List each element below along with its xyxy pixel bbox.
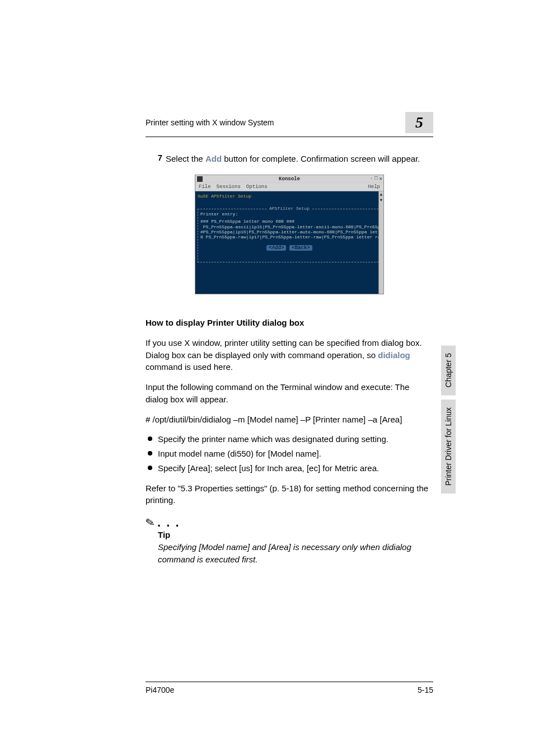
section-heading: How to display Printer Utility dialog bo…	[146, 317, 433, 329]
side-tab-chapter: Chapter 5	[441, 345, 456, 395]
terminal-body: SuSE APSfilter Setup APSfilter Setup Pri…	[195, 191, 383, 294]
bullet-3: Specify [Area]; select [us] for Inch are…	[146, 462, 433, 475]
tip-pencil-icon: ✎	[144, 516, 156, 529]
window-menubar: File Sessions Options Help	[195, 183, 383, 191]
entry-line-3: #PS_Prn55ppa|lp16|PS_Prn55ppa-letter-aut…	[200, 229, 378, 234]
window-titlebar: Konsole · □ ✕	[195, 175, 383, 183]
entry-line-1: ### PS_Prn55ppa letter mono 600 ###	[200, 219, 378, 224]
footer-rule	[146, 682, 433, 682]
scroll-up-icon: ▲	[379, 191, 383, 197]
tip-label: Tip	[158, 529, 433, 541]
tip-text: Specifying [Model name] and [Area] is ne…	[158, 541, 433, 566]
back-button: <Back>	[289, 245, 312, 251]
entry-line-4: 0 PS_Prn55ppa-raw|lp17|PS_Prn55ppa-lette…	[200, 234, 378, 240]
footer-model: Pi4700e	[146, 685, 174, 694]
bullet-1: Specify the printer name which was desig…	[146, 433, 433, 445]
menu-help: Help	[368, 184, 380, 190]
paragraph-1: If you use X window, printer utility set…	[146, 337, 433, 373]
bullet-2: Input model name (di550) for [Model name…	[146, 448, 433, 460]
entry-line-2: PS_Prn55ppa-ascii|lp15|PS_Prn55ppa-lette…	[200, 224, 378, 229]
step-text: Select the Add button for complete. Conf…	[166, 153, 420, 165]
printer-entry-label: Printer entry:	[200, 212, 378, 217]
chapter-number-box: 5	[405, 112, 433, 133]
window-min-icon: ·	[370, 176, 373, 182]
menu-options: Options	[246, 184, 268, 190]
window-title: Konsole	[279, 176, 300, 182]
step-after: button for complete. Confirmation screen…	[222, 154, 420, 163]
apsfilter-frame: APSfilter Setup Printer entry: ### PS_Pr…	[198, 209, 381, 262]
menu-file: File	[199, 184, 211, 190]
window-app-icon	[197, 176, 203, 182]
apsfilter-frame-title: APSfilter Setup	[267, 206, 312, 211]
menu-sessions: Sessions	[217, 184, 241, 190]
step-command: Add	[205, 154, 222, 163]
window-close-icon: ✕	[380, 176, 382, 182]
scroll-down-icon: ▼	[379, 197, 383, 203]
window-max-icon: □	[374, 176, 377, 182]
terminal-top-line: SuSE APSfilter Setup	[198, 194, 381, 199]
p1-term: didialog	[378, 350, 410, 360]
add-button: <Add>	[266, 245, 286, 251]
paragraph-3: Refer to "5.3 Properties settings" (p. 5…	[146, 482, 433, 507]
scrollbar: ▲ ▼	[378, 191, 383, 294]
step-before: Select the	[166, 154, 205, 163]
konsole-screenshot: Konsole · □ ✕ File Sessions Options Help…	[195, 175, 384, 294]
header-rule	[146, 137, 433, 137]
step-number: 7	[146, 153, 166, 162]
page-header-title: Printer setting with X window System	[146, 118, 405, 127]
paragraph-2: Input the following command on the Termi…	[146, 381, 433, 406]
p1-b: command is used here.	[146, 362, 233, 372]
tip-dots: . . .	[157, 516, 180, 529]
side-tab-driver: Printer Driver for Linux	[441, 400, 456, 494]
footer-page: 5-15	[418, 685, 433, 694]
command-line: # /opt/diutil/bin/didialog –m [Model nam…	[146, 414, 433, 426]
